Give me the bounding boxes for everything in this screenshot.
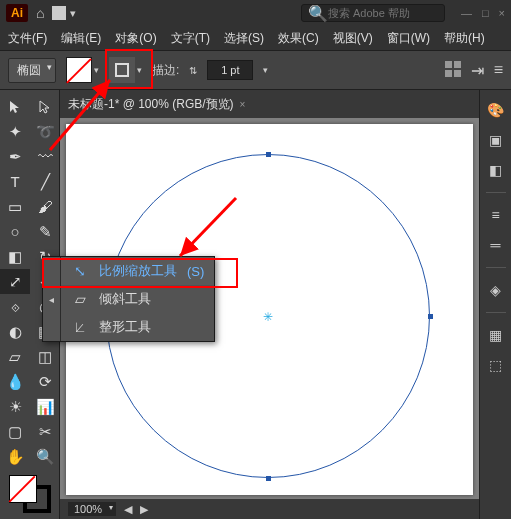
shape-selector[interactable]: 椭圆 [8,58,56,83]
scale-tool-flyout: ◂ ⤡ 比例缩放工具 (S) ▱ 倾斜工具 ⟀ 整形工具 [42,256,215,342]
direct-selection-tool[interactable] [30,94,60,119]
workspace-icon [52,6,66,20]
free-transform-tool[interactable]: ⟐ [0,294,30,319]
restore-icon[interactable]: □ [482,7,489,19]
stroke-swatch[interactable] [109,57,135,83]
menu-type[interactable]: 文字(T) [171,30,210,47]
options-menu-icon[interactable]: ≡ [494,61,503,80]
flyout-item-scale[interactable]: ⤡ 比例缩放工具 (S) [61,257,214,285]
window-controls: — □ × [461,7,505,19]
nav-prev-icon[interactable]: ◀ [124,503,132,516]
flyout-label: 整形工具 [99,318,151,336]
search-input[interactable] [328,7,438,19]
brushes-panel-icon[interactable]: ≡ [491,207,499,223]
zoom-dropdown[interactable]: 100% [68,502,116,516]
zoom-tool[interactable]: 🔍 [30,444,60,469]
minimize-icon[interactable]: — [461,7,472,19]
stroke-weight-input[interactable]: 1 pt [207,60,253,80]
document-tab[interactable]: 未标题-1* @ 100% (RGB/预览) × [68,96,245,113]
layers-panel-icon[interactable]: ◈ [490,282,501,298]
anchor-top[interactable] [266,152,271,157]
close-icon[interactable]: × [499,7,505,19]
tab-title: 未标题-1* @ 100% (RGB/预览) [68,96,234,113]
fill-swatch-group[interactable]: ▾ [66,57,99,83]
stroke-dropdown-icon[interactable]: ▾ [137,65,142,75]
fill-dropdown-icon[interactable]: ▾ [94,65,99,75]
warp-tool[interactable]: ◐ [0,319,30,344]
control-bar: 椭圆 ▾ ▾ 描边: ⇅ 1 pt ▾ ⇥ ≡ [0,50,511,90]
fill-stroke-indicator[interactable] [9,475,51,513]
search-box[interactable]: 🔍 [301,4,445,22]
gradient-tool[interactable]: ◫ [30,344,60,369]
pathfinder-panel-icon[interactable]: ⬚ [489,357,502,373]
stroke-panel-icon[interactable]: ═ [491,237,501,253]
ellipse-tool[interactable]: ○ [0,219,30,244]
menu-help[interactable]: 帮助(H) [444,30,485,47]
curvature-tool[interactable]: 〰 [30,144,60,169]
slice-tool[interactable]: ✂ [30,419,60,444]
pencil-tool[interactable]: ✎ [30,219,60,244]
lasso-tool[interactable]: ➰ [30,119,60,144]
shear-tool-icon: ▱ [71,290,89,308]
nav-next-icon[interactable]: ▶ [140,503,148,516]
home-icon[interactable]: ⌂ [36,5,44,21]
fill-swatch[interactable] [66,57,92,83]
menu-edit[interactable]: 编辑(E) [61,30,101,47]
line-tool[interactable]: ╱ [30,169,60,194]
selection-tool[interactable] [0,94,30,119]
artboard-tool[interactable]: ▢ [0,419,30,444]
right-panel-dock: 🎨 ▣ ◧ ≡ ═ ◈ ▦ ⬚ [479,90,511,519]
flyout-label: 倾斜工具 [99,290,151,308]
properties-panel-icon[interactable]: 🎨 [487,102,504,118]
scale-tool-icon: ⤡ [71,262,89,280]
rectangle-tool[interactable]: ▭ [0,194,30,219]
stroke-label: 描边: [152,62,179,79]
align-panel-icon[interactable]: ▦ [489,327,502,343]
document-tabs: 未标题-1* @ 100% (RGB/预览) × [60,90,479,118]
menu-window[interactable]: 窗口(W) [387,30,430,47]
paintbrush-tool[interactable]: 🖌 [30,194,60,219]
reshape-tool-icon: ⟀ [71,318,89,336]
chevron-down-icon: ▾ [70,7,76,20]
magic-wand-tool[interactable]: ✦ [0,119,30,144]
type-tool[interactable]: T [0,169,30,194]
scale-tool[interactable]: ⤢ [0,269,30,294]
align-grid-icon[interactable] [445,61,461,77]
title-bar: Ai ⌂ ▾ 🔍 — □ × [0,0,511,26]
menu-object[interactable]: 对象(O) [115,30,156,47]
arrange-icon[interactable]: ⇥ [471,61,484,80]
pen-tool[interactable]: ✒ [0,144,30,169]
fill-indicator[interactable] [9,475,37,503]
symbol-sprayer-tool[interactable]: ☀ [0,394,30,419]
status-bar: 100% ◀ ▶ [60,499,479,519]
menu-select[interactable]: 选择(S) [224,30,264,47]
tab-close-icon[interactable]: × [240,99,246,110]
center-mark-icon: ✳ [263,310,273,324]
flyout-tearoff[interactable]: ◂ [43,257,61,341]
stroke-swatch-group[interactable]: ▾ [109,57,142,83]
menu-bar: 文件(F) 编辑(E) 对象(O) 文字(T) 选择(S) 效果(C) 视图(V… [0,26,511,50]
swatches-panel-icon[interactable]: ◧ [489,162,502,178]
perspective-tool[interactable]: ▱ [0,344,30,369]
flyout-item-reshape[interactable]: ⟀ 整形工具 [61,313,214,341]
stroke-weight-dropdown-icon[interactable]: ▾ [263,65,268,75]
flyout-item-shear[interactable]: ▱ 倾斜工具 [61,285,214,313]
libraries-panel-icon[interactable]: ▣ [489,132,502,148]
flyout-label: 比例缩放工具 [99,262,177,280]
flyout-shortcut: (S) [187,264,204,279]
eyedropper-tool[interactable]: 💧 [0,369,30,394]
graph-tool[interactable]: 📊 [30,394,60,419]
anchor-right[interactable] [428,314,433,319]
menu-file[interactable]: 文件(F) [8,30,47,47]
anchor-bottom[interactable] [266,476,271,481]
eraser-tool[interactable]: ◧ [0,244,30,269]
search-icon: 🔍 [308,4,328,23]
menu-view[interactable]: 视图(V) [333,30,373,47]
workspace-switcher[interactable]: ▾ [52,6,76,20]
app-logo: Ai [6,4,28,22]
blend-tool[interactable]: ⟳ [30,369,60,394]
stepper-icon[interactable]: ⇅ [189,65,197,76]
hand-tool[interactable]: ✋ [0,444,30,469]
menu-effect[interactable]: 效果(C) [278,30,319,47]
